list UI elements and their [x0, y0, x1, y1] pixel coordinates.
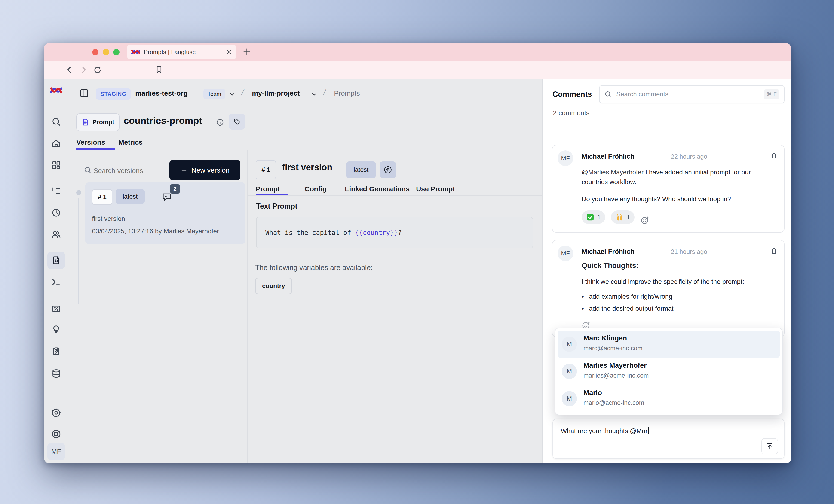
mention-dropdown: M Marc Klingen marc@acme-inc.com M Marli…	[555, 328, 783, 415]
mention-user-email: marlies@acme-inc.com	[584, 372, 649, 379]
comments-panel: Comments ⌘ F 2 comments MF Michael Fröhl…	[542, 79, 791, 463]
new-version-button[interactable]: New version	[170, 160, 240, 180]
new-tab-button[interactable]	[242, 47, 251, 56]
tab-close-icon[interactable]	[226, 49, 232, 55]
bookmark-icon[interactable]	[154, 65, 164, 75]
tracing-icon[interactable]	[47, 182, 65, 200]
tab-use-prompt[interactable]: Use Prompt	[416, 185, 455, 193]
mention-user-email: mario@acme-inc.com	[584, 399, 644, 407]
code-text: ?	[398, 229, 402, 236]
home-icon[interactable]	[47, 135, 65, 152]
promote-version-button[interactable]	[379, 161, 396, 178]
search-icon[interactable]	[47, 113, 65, 131]
playground-terminal-icon[interactable]	[47, 273, 65, 291]
mention-user-email: marc@acme-inc.com	[584, 345, 642, 352]
shortcut-badge: ⌘ F	[764, 89, 780, 99]
add-reaction-icon[interactable]	[640, 216, 650, 225]
breadcrumb-section[interactable]: Prompts	[334, 89, 360, 97]
search-icon	[604, 91, 612, 98]
prompt-code-box[interactable]: What is the capital of {{country}}?	[256, 217, 533, 248]
mention-user-name: Marlies Mayerhofer	[584, 362, 646, 369]
comment-author: Michael Fröhlich	[581, 153, 635, 160]
chevron-down-icon[interactable]	[229, 91, 236, 98]
dashboards-icon[interactable]	[47, 156, 65, 174]
langfuse-logo[interactable]	[47, 82, 65, 99]
mention-link[interactable]: Marlies Mayerhofer	[588, 168, 643, 176]
mention-option[interactable]: M Mario mario@acme-inc.com	[557, 385, 780, 412]
comments-title: Comments	[552, 90, 592, 99]
reaction-white-check-mark[interactable]: 1	[581, 210, 605, 224]
reactions-row: 1 1	[581, 210, 650, 225]
tab-linked-generations[interactable]: Linked Generations	[345, 185, 410, 193]
browser-tab[interactable]: Prompts | Langfuse	[127, 45, 237, 59]
version-list-item[interactable]: # 1 latest 2 first version 03/04/2025, 1…	[85, 182, 245, 244]
chevron-down-icon[interactable]	[311, 91, 318, 98]
comment-bullet: •add examples for right/wrong	[581, 292, 777, 301]
comment-composer[interactable]: What are your thoughts @Mar	[552, 419, 785, 459]
tab-config[interactable]: Config	[305, 185, 327, 193]
breadcrumb-org[interactable]: marlies-test-org	[135, 89, 188, 97]
divider	[44, 103, 68, 104]
submit-comment-button[interactable]	[762, 438, 778, 454]
breadcrumb-separator: /	[241, 88, 245, 96]
comments-bubble-icon[interactable]	[161, 191, 172, 202]
comment-card: MF Michael Fröhlich · 22 hours ago @Marl…	[552, 145, 785, 233]
version-number-chip: # 1	[92, 189, 112, 205]
breadcrumb-project[interactable]: my-llm-project	[252, 89, 300, 97]
panel-toggle-icon[interactable]	[79, 88, 89, 98]
minimize-window-button[interactable]	[103, 49, 109, 55]
detail-version-title: first version	[282, 162, 332, 172]
comment-body: @Marlies Mayerhofer I have added an init…	[581, 167, 777, 187]
prompt-type-label: Prompt	[92, 119, 114, 126]
sessions-clock-icon[interactable]	[47, 204, 65, 222]
search-icon	[84, 166, 91, 174]
mention-option[interactable]: M Marc Klingen marc@acme-inc.com	[557, 330, 780, 358]
close-window-button[interactable]	[92, 49, 98, 55]
search-versions-input[interactable]	[93, 166, 163, 175]
info-icon[interactable]	[216, 118, 224, 127]
tab-prompt[interactable]: Prompt	[256, 185, 280, 193]
reaction-raised-hands[interactable]: 1	[611, 210, 635, 224]
settings-gear-icon[interactable]	[47, 404, 65, 421]
divider	[247, 195, 542, 196]
breadcrumb-separator: /	[323, 88, 327, 96]
back-button[interactable]	[65, 65, 74, 74]
evaluation-lightbulb-icon[interactable]	[47, 320, 65, 338]
support-lifebuoy-icon[interactable]	[47, 425, 65, 443]
tab-metrics[interactable]: Metrics	[118, 138, 142, 146]
users-icon[interactable]	[47, 226, 65, 243]
avatar: MF	[557, 246, 573, 261]
tab-versions[interactable]: Versions	[76, 138, 105, 146]
delete-comment-icon[interactable]	[770, 247, 777, 255]
variable-chip[interactable]: country	[255, 278, 292, 294]
annotation-queues-icon[interactable]	[47, 343, 65, 360]
delete-comment-icon[interactable]	[770, 152, 777, 160]
org-role-badge: Team	[203, 89, 225, 99]
tab-title: Prompts | Langfuse	[144, 48, 196, 56]
zoom-window-button[interactable]	[113, 49, 119, 55]
user-avatar[interactable]: MF	[47, 443, 65, 460]
latest-badge: latest	[115, 189, 145, 204]
comment-time: 22 hours ago	[671, 153, 707, 160]
comments-search[interactable]: ⌘ F	[599, 85, 785, 103]
version-meta: 03/04/2025, 13:27:16 by Marlies Mayerhof…	[92, 228, 219, 235]
dot-separator: ·	[663, 248, 665, 255]
scores-icon[interactable]	[47, 300, 65, 318]
browser-toolbar: staging.langfuse.com/project/cm22fk0w700…	[44, 61, 791, 79]
reload-button[interactable]	[93, 65, 102, 75]
mention-option[interactable]: M Marlies Mayerhofer marlies@acme-inc.co…	[557, 358, 780, 385]
forward-button[interactable]	[79, 65, 88, 74]
mention-user-name: Mario	[584, 389, 602, 396]
datasets-database-icon[interactable]	[47, 365, 65, 382]
prompts-icon[interactable]	[47, 252, 65, 269]
comments-search-input[interactable]	[616, 90, 764, 98]
staging-badge: STAGING	[96, 89, 131, 99]
tag-icon-button[interactable]	[229, 114, 245, 130]
prompt-file-icon	[81, 118, 89, 127]
timeline-line	[79, 198, 79, 304]
comment-count-badge: 2	[170, 184, 180, 194]
comment-body-2: Do you have any thoughts? Who should we …	[581, 194, 777, 204]
mention-user-name: Marc Klingen	[584, 334, 627, 342]
page-title: countries-prompt	[124, 115, 202, 126]
divider	[68, 150, 542, 150]
